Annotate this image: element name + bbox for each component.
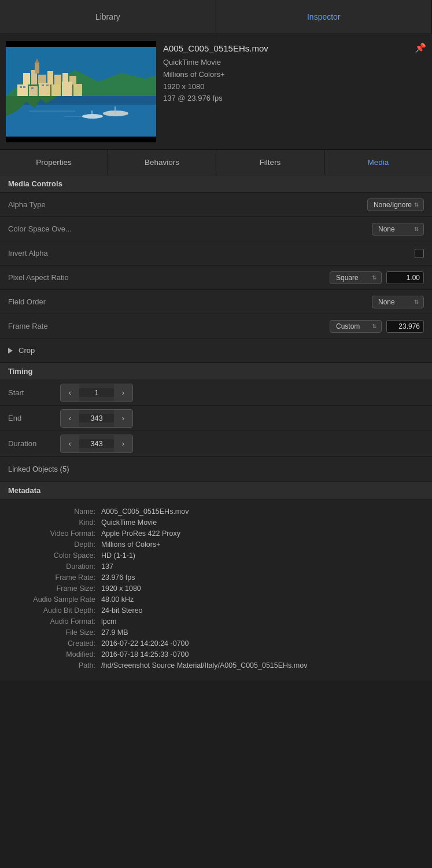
media-controls-header: Media Controls [0, 175, 432, 193]
color-space-value: None ⇅ [101, 223, 424, 236]
svg-rect-23 [46, 84, 49, 86]
thumbnail [6, 41, 156, 142]
duration-stepper: ‹ 343 › [60, 435, 133, 453]
file-meta: QuickTime Movie Millions of Colors+ 1920… [163, 57, 408, 105]
field-order-value: None ⇅ [101, 296, 424, 308]
chevron-down-icon: ⇅ [372, 323, 376, 329]
meta-framerate-val: 23.976 fps [101, 573, 420, 582]
meta-depth-val: Millions of Colors+ [101, 540, 420, 549]
invert-alpha-label: Invert Alpha [8, 249, 101, 258]
svg-rect-13 [17, 84, 28, 96]
tab-inspector[interactable]: Inspector [216, 0, 433, 34]
start-increment-button[interactable]: › [114, 384, 132, 402]
meta-path-key: Path: [12, 661, 101, 670]
meta-framesize-val: 1920 x 1080 [101, 584, 420, 593]
tab-properties[interactable]: Properties [0, 150, 108, 175]
meta-kind-row: Kind: QuickTime Movie [12, 518, 420, 527]
file-type: QuickTime Movie [163, 57, 408, 69]
frame-rate-input[interactable] [386, 320, 424, 333]
meta-path-row: Path: /hd/Screenshot Source Material/Ita… [12, 661, 420, 670]
tab-behaviors[interactable]: Behaviors [108, 150, 216, 175]
meta-framerate-key: Frame Rate: [12, 573, 101, 582]
triangle-right-icon [8, 348, 13, 354]
pixel-aspect-input[interactable] [386, 271, 424, 284]
field-order-dropdown[interactable]: None ⇅ [372, 296, 424, 308]
alpha-type-value: None/Ignore ⇅ [101, 198, 424, 211]
meta-videoformat-row: Video Format: Apple ProRes 422 Proxy [12, 529, 420, 538]
invert-alpha-checkbox[interactable] [415, 249, 424, 258]
meta-duration-key: Duration: [12, 562, 101, 571]
metadata-body: Name: A005_C005_0515EHs.mov Kind: QuickT… [0, 499, 432, 681]
meta-audiosamplerate-key: Audio Sample Rate [12, 595, 101, 604]
meta-audioformat-key: Audio Format: [12, 617, 101, 626]
meta-videoformat-key: Video Format: [12, 529, 101, 538]
svg-rect-27 [115, 106, 116, 115]
chevron-down-icon: ⇅ [372, 274, 376, 281]
frame-rate-label: Frame Rate [8, 322, 101, 330]
alpha-type-row: Alpha Type None/Ignore ⇅ [0, 193, 432, 217]
crop-row[interactable]: Crop [0, 339, 432, 363]
svg-rect-16 [51, 84, 61, 96]
meta-audioformat-val: lpcm [101, 617, 420, 626]
meta-name-val: A005_C005_0515EHs.mov [101, 507, 420, 516]
svg-rect-31 [64, 116, 98, 117]
meta-colorspace-row: Color Space: HD (1-1-1) [12, 551, 420, 560]
linked-objects-label: Linked Objects (5) [8, 465, 69, 473]
meta-audioformat-row: Audio Format: lpcm [12, 617, 420, 626]
alpha-type-label: Alpha Type [8, 200, 101, 209]
color-space-row: Color Space Ove... None ⇅ [0, 217, 432, 241]
tab-filters[interactable]: Filters [216, 150, 324, 175]
meta-framerate-row: Frame Rate: 23.976 fps [12, 573, 420, 582]
meta-modified-row: Modified: 2016-07-18 14:25:33 -0700 [12, 650, 420, 659]
frame-rate-dropdown[interactable]: Custom ⇅ [330, 320, 382, 333]
invert-alpha-row: Invert Alpha [0, 241, 432, 266]
svg-rect-22 [42, 84, 44, 86]
end-increment-button[interactable]: › [114, 410, 132, 427]
tab-library[interactable]: Library [0, 0, 216, 34]
chevron-down-icon: ⇅ [414, 201, 419, 208]
file-name: A005_C005_0515EHs.mov [163, 43, 408, 53]
meta-created-val: 2016-07-22 14:20:24 -0700 [101, 639, 420, 648]
color-space-dropdown[interactable]: None ⇅ [372, 223, 424, 236]
pin-icon[interactable]: 📌 [415, 41, 426, 53]
tab-media[interactable]: Media [324, 150, 432, 175]
duration-label: Duration [8, 439, 60, 448]
svg-rect-18 [73, 84, 82, 96]
duration-decrement-button[interactable]: ‹ [61, 435, 79, 453]
start-stepper: ‹ 1 › [60, 384, 133, 402]
meta-name-key: Name: [12, 507, 101, 516]
end-stepper: ‹ 343 › [60, 409, 133, 428]
file-header: A005_C005_0515EHs.mov QuickTime Movie Mi… [0, 34, 432, 150]
duration-increment-button[interactable]: › [114, 435, 132, 453]
meta-audiobitdepth-row: Audio Bit Depth: 24-bit Stereo [12, 606, 420, 615]
pixel-aspect-dropdown[interactable]: Square ⇅ [330, 271, 382, 284]
meta-kind-val: QuickTime Movie [101, 518, 420, 527]
meta-filesize-key: File Size: [12, 628, 101, 637]
invert-alpha-value [101, 249, 424, 258]
file-depth: Millions of Colors+ [163, 69, 408, 81]
meta-depth-key: Depth: [12, 540, 101, 549]
meta-kind-key: Kind: [12, 518, 101, 527]
linked-objects-row[interactable]: Linked Objects (5) [0, 457, 432, 482]
meta-modified-key: Modified: [12, 650, 101, 659]
pixel-aspect-value: Square ⇅ [101, 271, 424, 284]
duration-value: 343 [79, 439, 114, 448]
meta-videoformat-val: Apple ProRes 422 Proxy [101, 529, 420, 538]
meta-filesize-row: File Size: 27.9 MB [12, 628, 420, 637]
meta-name-row: Name: A005_C005_0515EHs.mov [12, 507, 420, 516]
alpha-type-dropdown[interactable]: None/Ignore ⇅ [367, 198, 424, 211]
meta-framesize-key: Frame Size: [12, 584, 101, 593]
meta-audiobitdepth-key: Audio Bit Depth: [12, 606, 101, 615]
color-space-label: Color Space Ove... [8, 225, 101, 233]
meta-duration-val: 137 [101, 562, 420, 571]
meta-audiobitdepth-val: 24-bit Stereo [101, 606, 420, 615]
meta-filesize-val: 27.9 MB [101, 628, 420, 637]
svg-rect-4 [23, 73, 30, 84]
end-value: 343 [79, 414, 114, 422]
end-decrement-button[interactable]: ‹ [61, 410, 79, 427]
timing-header: Timing [0, 363, 432, 380]
file-framerate: 137 @ 23.976 fps [163, 93, 408, 105]
crop-label: Crop [19, 346, 35, 355]
svg-rect-20 [23, 86, 25, 88]
start-decrement-button[interactable]: ‹ [61, 384, 79, 402]
